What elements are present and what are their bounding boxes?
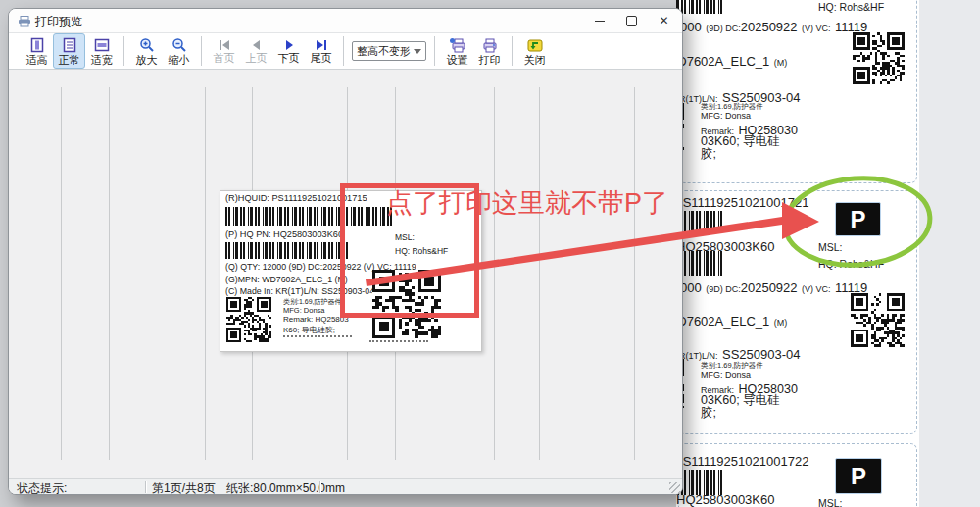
barcode [225,242,349,259]
toolbar-button-last-page[interactable]: 尾页 [305,33,337,69]
barcode [676,0,722,14]
maximize-button[interactable] [615,9,648,32]
page-guide-line [539,87,540,460]
printer-icon [18,14,31,31]
toolbar-separator [434,36,435,66]
barcode [676,251,722,276]
toolbar: 适高 正常 适宽 放大 缩小 首页 上页 下页 [9,32,682,70]
toolbar-button-fit-width[interactable]: 适宽 [85,33,118,69]
toolbar-separator [201,36,202,66]
page-guide-line [634,87,635,460]
qr-code [226,297,271,342]
bg-label1-mfg: MFG: Donsa [701,111,751,121]
scale-mode-dropdown[interactable]: 整高不变形 [352,41,426,61]
bg-label2-qty-line: (Q) QTY: 12000 (9D) DC:20250922 (V) VC: … [676,279,867,296]
next-page-icon [281,39,297,51]
first-page-icon [217,39,232,51]
exit-icon [527,37,543,53]
toolbar-button-normal[interactable]: 正常 [53,33,85,69]
pv-mfg: MFG: Donsa [283,306,325,315]
bg-label2-rohs: HQ: Rohs&HF [818,258,884,270]
screen: { "window": { "title": "打印预览" }, "toolba… [0,0,980,507]
close-window-button[interactable]: ✕ [648,9,680,32]
maximize-icon [626,16,637,26]
minimize-button[interactable] [583,9,615,32]
toolbar-button-settings[interactable]: 设置 [441,33,473,69]
p-logo: P [835,202,881,236]
bg-label2-remark-wrap2: 胶; [701,405,716,422]
pv-remark: Remark: HQ25803 [283,315,349,324]
zoom-in-icon [139,37,155,53]
bg-label1-rohs: HQ: Rohs&HF [818,1,884,13]
pv-pn-line: (P) HQ PN: HQ25803003K60 [225,229,343,239]
status-separator [145,481,146,493]
window-controls: ✕ [583,9,680,32]
normal-view-icon [62,37,77,53]
toolbar-button-zoom-out[interactable]: 缩小 [163,33,195,69]
zoom-out-icon [172,37,187,53]
bg-label3-msl: MSL: [818,497,843,507]
barcode [676,211,722,233]
bg-label2-mfg: MFG: Donsa [701,370,751,380]
page-guide-line [109,87,110,460]
toolbar-button-next-page[interactable]: 下页 [272,33,305,69]
dotted-line [283,335,352,337]
page-guide-line [61,87,62,460]
background-label-strip: HQ: Rohs&HF (Q) QTY: 12000 (9D) DC:20250… [676,0,919,507]
pv-mpn-line: (G)MPN: WD7602A_ELC_1 (M) [225,275,348,284]
print-settings-icon [449,37,466,53]
window-title: 打印预览 [35,14,82,30]
page-guide-line [494,87,495,460]
status-bar: 状态提示: 第1页/共8页 纸张:80.0mm×50.0mm [9,478,682,495]
qr-code [853,32,905,84]
qr-code [851,293,905,347]
background-app-canvas [919,0,980,507]
bg-label1-remark-wrap2: 胶; [701,146,716,163]
chevron-down-icon [414,49,421,54]
toolbar-button-fit-height[interactable]: 适高 [21,33,53,69]
last-page-icon [314,39,329,51]
bg-label1-mpn-line: WD7602A_ELC_1 (M) [676,52,787,70]
toolbar-button-prev-page[interactable]: 上页 [240,33,272,69]
toolbar-button-first-page[interactable]: 首页 [208,33,240,69]
bg-label2-uid: PS11119251021001721 [676,195,808,210]
toolbar-separator [123,36,124,66]
page-guide-line [205,87,206,460]
prev-page-icon [249,39,265,51]
print-icon [481,37,499,53]
annotation-note: 点了打印这里就不带P了 [386,185,668,221]
toolbar-separator [343,36,344,66]
fit-height-icon [29,37,45,53]
status-hint: 状态提示: [17,481,67,495]
toolbar-button-print[interactable]: 打印 [473,33,506,69]
toolbar-button-close[interactable]: 关闭 [518,33,551,69]
bg-label2-mpn-line: WD7602A_ELC_1 (M) [676,312,787,330]
fit-width-icon [94,37,110,53]
status-separator [319,481,320,493]
bg-label3-uid: PS11119251021001722 [676,454,808,469]
bg-label3-pn: HQ25803003K60 [676,492,774,507]
status-page-info: 第1页/共8页 [152,481,216,495]
title-bar[interactable]: 打印预览 ✕ [9,9,682,32]
toolbar-separator [512,36,513,66]
minimize-icon [595,21,605,22]
bg-label1-qty-line: (Q) QTY: 12000 (9D) DC:20250922 (V) VC: … [676,18,867,35]
close-icon: ✕ [659,14,668,27]
p-logo: P [835,458,882,494]
dotted-line [369,340,428,342]
toolbar-button-zoom-in[interactable]: 放大 [130,33,163,69]
resize-grip[interactable] [669,482,680,493]
status-paper-info: 纸张:80.0mm×50.0mm [226,481,345,495]
pv-remark2: K60; 导电硅胶; [283,325,335,335]
bg-label2-msl: MSL: [818,241,843,253]
